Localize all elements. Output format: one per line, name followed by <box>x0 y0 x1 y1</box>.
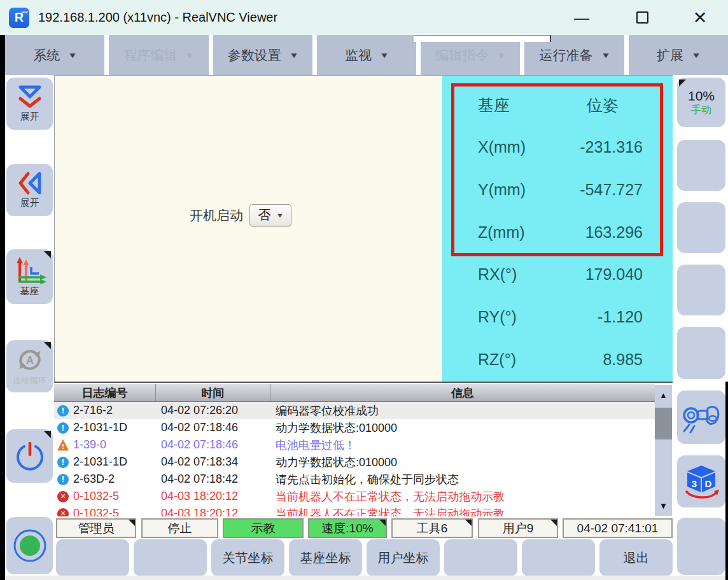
chevron-down-icon: ▼ <box>379 51 389 60</box>
log-header-message: 信息 <box>270 384 655 401</box>
pose-row-ry: RY(°) -1.120 <box>442 304 673 329</box>
title-bar: R vnc 192.168.1.200 (x11vnc) - RealVNC V… <box>0 0 728 35</box>
datetime-label: 04-02 07:41:01 <box>577 521 659 535</box>
base-coord-button[interactable]: 基座坐标 <box>289 539 362 576</box>
menu-label: 运行准备 <box>540 46 593 64</box>
bottom-button-blank-4[interactable] <box>522 539 595 576</box>
user-level-badge[interactable]: 管理员 <box>56 518 136 538</box>
pose-label: RZ(°) <box>478 350 553 369</box>
log-message: 当前机器人不在正常状态，无法启动拖动示教 <box>270 506 655 517</box>
right-rail-blank-2[interactable] <box>677 202 725 253</box>
status-label: 用户9 <box>503 520 534 537</box>
scrollbar-thumb[interactable] <box>655 408 672 439</box>
chevron-down-icon: ▼ <box>691 51 701 60</box>
log-time: 04-02 07:18:42 <box>156 473 270 486</box>
bottom-button-blank-1[interactable] <box>56 539 129 576</box>
expand-left-button[interactable]: 展开 <box>6 164 53 216</box>
3d-view-button[interactable]: 3 D <box>677 455 725 508</box>
joint-coord-button[interactable]: 关节坐标 <box>211 539 284 576</box>
scroll-up-icon[interactable]: ▲ <box>655 387 672 403</box>
dropdown-value: 否 <box>258 207 271 224</box>
menu-monitor[interactable]: 监视▼ <box>317 35 416 75</box>
teach-mode-badge: 示教 <box>223 518 304 538</box>
log-time: 04-02 07:18:46 <box>156 438 270 452</box>
log-row[interactable]: !2-63D-2 04-02 07:18:42 请先点击初始化，确保处于同步状态 <box>54 471 655 488</box>
right-rail-blank-1[interactable] <box>677 140 725 191</box>
maximize-button[interactable] <box>623 0 661 35</box>
pose-label: RX(°) <box>478 265 553 284</box>
chevron-down-icon: ▼ <box>67 51 77 60</box>
svg-text:A: A <box>26 355 34 366</box>
chevron-down-icon: ▼ <box>289 51 298 60</box>
right-rail-blank-4[interactable] <box>677 327 725 379</box>
menu-label: 扩展 <box>657 46 683 64</box>
corner-triangle-icon <box>679 79 686 86</box>
pose-value: -1.120 <box>598 308 643 326</box>
log-panel: 日志编号 时间 信息 !2-716-2 04-02 07:26:20 编码器零位… <box>54 382 673 516</box>
log-row[interactable]: !2-716-2 04-02 07:26:20 编码器零位校准成功 <box>54 402 655 419</box>
info-icon: ! <box>57 457 69 468</box>
log-message: 动力学数据状态:010000 <box>270 455 655 470</box>
menu-parameter-settings[interactable]: 参数设置▼ <box>213 35 312 75</box>
loop-arrows-icon: A <box>15 346 45 374</box>
corner-triangle-icon <box>465 520 472 526</box>
chevron-down-icon: ▼ <box>185 51 195 60</box>
log-row[interactable]: !2-1031-1D 04-02 07:18:46 动力学数据状态:010000 <box>54 419 655 436</box>
log-message: 当前机器人不在正常状态，无法启动拖动示教 <box>270 489 655 504</box>
button-label: 连续循环 <box>13 375 46 387</box>
bottom-button-blank-2[interactable] <box>134 539 207 576</box>
speed-mode-button[interactable]: 10% 手动 <box>677 78 725 127</box>
button-label: 关节坐标 <box>223 549 274 567</box>
right-rail-blank-3[interactable] <box>677 265 725 315</box>
log-header-id: 日志编号 <box>54 384 156 401</box>
log-message: 电池电量过低！ <box>270 438 655 453</box>
expand-down-button[interactable]: 展开 <box>6 78 53 130</box>
frame-header: 基座 <box>478 95 510 116</box>
bottom-button-blank-3[interactable] <box>444 539 517 576</box>
menu-system[interactable]: 系统▼ <box>5 35 104 75</box>
log-time: 04-03 18:20:12 <box>156 507 270 516</box>
button-label: 用户坐标 <box>378 549 429 567</box>
user-coord-button[interactable]: 用户坐标 <box>367 539 440 576</box>
log-row[interactable]: ✕0-1032-5 04-03 18:20:12 当前机器人不在正常状态，无法启… <box>54 505 655 516</box>
status-label: 速度:10% <box>321 520 373 537</box>
double-chevron-left-icon <box>18 169 42 198</box>
button-label: 退出 <box>624 549 649 567</box>
log-message: 动力学数据状态:010000 <box>270 420 655 436</box>
log-id: 2-63D-2 <box>73 473 115 486</box>
pose-value: 163.296 <box>585 223 643 242</box>
base-frame-button[interactable]: 基座 <box>6 249 53 304</box>
startup-dropdown[interactable]: 否 ▼ <box>249 204 291 226</box>
close-button[interactable]: ✕ <box>681 0 719 35</box>
pose-row-x: X(mm) -231.316 <box>442 134 673 160</box>
log-time: 04-03 18:20:12 <box>156 490 270 503</box>
log-row[interactable]: !1-39-0 04-02 07:18:46 电池电量过低！ <box>54 436 655 453</box>
menu-extension[interactable]: 扩展▼ <box>629 35 728 75</box>
exit-button[interactable]: 退出 <box>599 539 673 576</box>
scroll-down-icon[interactable]: ▼ <box>655 498 672 513</box>
minimize-button[interactable]: — <box>563 0 601 35</box>
datetime-display: 04-02 07:41:01 <box>563 518 673 538</box>
menu-label: 程序编辑 <box>123 46 177 64</box>
log-id: 2-1031-1D <box>73 421 127 434</box>
log-time: 04-02 07:18:34 <box>156 455 270 469</box>
manual-mode-label: 手动 <box>691 104 711 117</box>
log-row[interactable]: !2-1031-1D 04-02 07:18:34 动力学数据状态:010000 <box>54 453 655 471</box>
button-label: 展开 <box>20 197 39 209</box>
tool-badge[interactable]: 工具6 <box>391 518 473 538</box>
drag-teach-button[interactable] <box>677 390 725 444</box>
right-rail-blank-5[interactable] <box>677 518 725 575</box>
log-id: 0-1032-5 <box>73 490 119 503</box>
log-row[interactable]: ✕0-1032-5 04-03 18:20:12 当前机器人不在正常状态，无法启… <box>54 488 655 505</box>
servo-enable-button[interactable] <box>6 517 53 574</box>
corner-triangle-icon <box>44 342 51 349</box>
pose-label: RY(°) <box>478 308 553 326</box>
menu-bar: 系统▼ 程序编辑▼ 参数设置▼ 监视▼ 编辑指令▼ 运行准备▼ 扩展▼ <box>5 35 728 75</box>
speed-badge[interactable]: 速度:10% <box>308 518 387 538</box>
realvnc-logo-icon: R vnc <box>9 8 29 28</box>
log-scrollbar[interactable]: ▲ ▼ <box>655 385 672 516</box>
user-frame-badge[interactable]: 用户9 <box>478 518 558 538</box>
power-button[interactable] <box>6 429 53 483</box>
status-label: 停止 <box>168 520 192 537</box>
button-label: 基座 <box>20 286 39 298</box>
